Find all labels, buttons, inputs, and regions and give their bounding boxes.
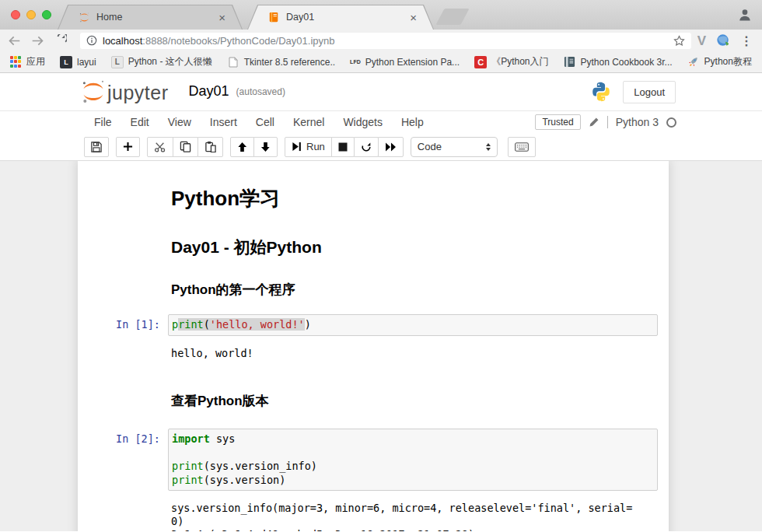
code-input-1[interactable]: print('hello, world!')	[168, 314, 658, 336]
heading-2: Day01 - 初始Python	[171, 236, 659, 258]
notebook-menubar: File Edit View Insert Cell Kernel Widget…	[0, 110, 762, 133]
url-path: :8888/notebooks/PythonCode/Day01.ipynb	[142, 35, 334, 47]
menu-widgets[interactable]: Widgets	[334, 111, 392, 134]
jupyter-favicon-icon	[78, 11, 90, 23]
paste-cell-button[interactable]	[197, 137, 223, 157]
page-icon	[227, 56, 239, 68]
jupyter-logo-text: jupyter	[107, 83, 169, 105]
markdown-cell-first-program[interactable]: Python的第一个程序	[88, 262, 662, 303]
profile-icon[interactable]	[737, 7, 753, 23]
bookmark-python-blog[interactable]: L Python - 这个人很懒	[111, 55, 212, 68]
url-host: localhost	[103, 35, 142, 47]
run-label: Run	[306, 141, 325, 152]
trusted-badge[interactable]: Trusted	[535, 114, 580, 130]
heading-3: Python的第一个程序	[171, 281, 659, 299]
browser-menu-icon[interactable]: ⋮	[740, 33, 753, 48]
bookmark-extension-packages[interactable]: LFD Python Extension Pa...	[350, 57, 460, 68]
notebook-toolbar: Run Code	[0, 133, 762, 161]
save-button[interactable]	[84, 137, 109, 157]
notebook-book-icon	[267, 11, 280, 23]
run-cell-button[interactable]: Run	[285, 137, 332, 157]
layui-icon: L	[60, 56, 72, 68]
kernel-name: Python 3	[616, 116, 659, 128]
bookmarks-bar: 应用 L layui L Python - 这个人很懒 Tkinter 8.5 …	[0, 51, 762, 73]
interrupt-kernel-button[interactable]	[331, 137, 355, 157]
notebook-title[interactable]: Day01	[189, 83, 229, 100]
rocket-icon	[687, 56, 700, 68]
checkpoint-status: (autosaved)	[236, 86, 285, 97]
cut-cell-button[interactable]	[147, 137, 173, 157]
tab-home[interactable]: Home ×	[58, 5, 243, 30]
restart-kernel-button[interactable]	[354, 137, 379, 157]
cell-2-output: sys.version_info(major=3, minor=6, micro…	[167, 499, 659, 531]
extension-globe-icon[interactable]	[716, 33, 730, 47]
jupyter-header: jupyter Day01 (autosaved) Logout	[0, 73, 762, 110]
code-cell-1[interactable]: In [1]: print('hello, world!')	[88, 310, 662, 341]
lfd-icon: LFD	[350, 59, 361, 65]
add-cell-button[interactable]	[116, 137, 140, 157]
extension-v-icon[interactable]: V	[697, 34, 706, 47]
browser-window: Home × Day01 ×	[0, 0, 762, 532]
address-bar[interactable]: localhost:8888/notebooks/PythonCode/Day0…	[80, 33, 691, 49]
code-cell-2[interactable]: In [2]: import sys print(sys.version_inf…	[88, 424, 662, 495]
code-input-2[interactable]: import sys print(sys.version_info) print…	[168, 429, 658, 491]
macos-close-button[interactable]	[11, 10, 20, 19]
heading-3b: 查看Python版本	[171, 392, 659, 410]
output-area-2: sys.version_info(major=3, minor=6, micro…	[88, 495, 662, 531]
pencil-icon	[589, 117, 599, 128]
markdown-cell-check-version[interactable]: 查看Python版本	[88, 373, 662, 414]
cell-1-output: hello, world!	[167, 344, 659, 360]
menu-view[interactable]: View	[159, 111, 201, 134]
menu-file[interactable]: File	[85, 111, 121, 134]
cell-type-value: Code	[418, 141, 442, 152]
menu-edit[interactable]: Edit	[121, 111, 159, 134]
menu-help[interactable]: Help	[392, 111, 433, 134]
tab-title: Day01	[286, 12, 402, 23]
info-icon[interactable]	[86, 35, 97, 46]
heading-1: Python学习	[171, 185, 659, 212]
markdown-cell-day01[interactable]: Day01 - 初始Python	[88, 216, 662, 262]
logout-button[interactable]: Logout	[623, 81, 676, 103]
input-prompt: In [2]:	[93, 429, 168, 491]
macos-minimize-button[interactable]	[26, 10, 36, 19]
menu-kernel[interactable]: Kernel	[284, 111, 334, 134]
move-cell-up-button[interactable]	[230, 137, 254, 157]
notebook-scroll-area[interactable]: Python学习 Day01 - 初始Python Python的第一个程序 I…	[0, 161, 762, 531]
tab-close-icon[interactable]: ×	[217, 12, 227, 23]
input-prompt: In [1]:	[93, 314, 168, 336]
kernel-idle-indicator	[666, 117, 676, 128]
tab-title: Home	[96, 12, 211, 23]
bookmark-apps[interactable]: 应用	[9, 55, 45, 68]
browser-address-row: localhost:8888/notebooks/PythonCode/Day0…	[0, 30, 762, 51]
jupyter-logo[interactable]: jupyter	[80, 79, 169, 105]
new-tab-button[interactable]	[435, 9, 469, 25]
letter-c-icon: C	[474, 56, 487, 68]
cell-type-select[interactable]: Code	[411, 137, 498, 157]
menu-insert[interactable]: Insert	[201, 111, 246, 134]
bookmark-layui[interactable]: L layui	[60, 56, 96, 68]
apps-grid-icon	[9, 56, 22, 68]
select-arrows-icon	[486, 143, 491, 151]
copy-cell-button[interactable]	[173, 137, 198, 157]
restart-run-all-button[interactable]	[378, 137, 404, 157]
bookmark-python-tutorial[interactable]: Python教程	[687, 55, 752, 68]
menu-cell[interactable]: Cell	[246, 111, 284, 134]
tab-close-icon[interactable]: ×	[408, 12, 418, 23]
bookmark-star-icon[interactable]	[673, 35, 685, 47]
bookmark-cookbook[interactable]: Python Cookbook 3r...	[563, 56, 672, 68]
notebook-container: Python学习 Day01 - 初始Python Python的第一个程序 I…	[78, 161, 669, 531]
output-area-1: hello, world!	[88, 341, 662, 365]
reload-icon[interactable]	[54, 34, 67, 47]
back-icon[interactable]	[8, 35, 21, 47]
python-logo-icon	[590, 81, 612, 103]
bookmark-python-intro[interactable]: C 《Python入门	[474, 55, 548, 68]
macos-zoom-button[interactable]	[42, 10, 51, 19]
letter-l-icon: L	[111, 56, 124, 68]
command-palette-button[interactable]	[508, 137, 536, 157]
move-cell-down-button[interactable]	[253, 137, 278, 157]
book-dark-icon	[563, 56, 575, 68]
forward-icon[interactable]	[31, 35, 44, 47]
bookmark-tkinter[interactable]: Tkinter 8.5 reference..	[227, 56, 335, 68]
tab-day01[interactable]: Day01 ×	[247, 5, 434, 30]
markdown-cell-title[interactable]: Python学习	[88, 173, 662, 216]
